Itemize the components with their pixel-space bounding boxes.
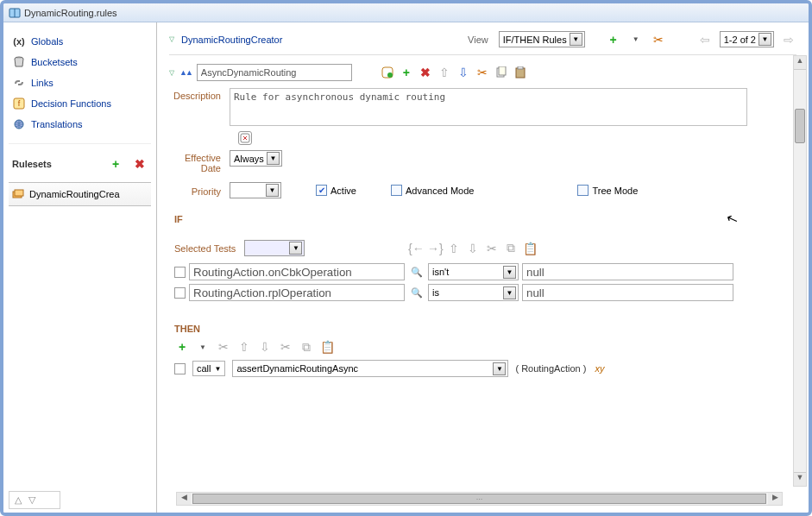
expand-icon[interactable]: ▽ (169, 69, 174, 77)
copy-icon[interactable] (494, 65, 509, 80)
scroll-up-icon[interactable]: ▲ (794, 56, 806, 70)
paste-icon[interactable] (513, 65, 528, 80)
add-rule-menu-icon[interactable]: ▼ (628, 32, 644, 47)
action-select[interactable]: assertDynamicRoutingAsync ▼ (232, 360, 508, 377)
operator-select[interactable]: is ▼ (428, 284, 519, 301)
selected-tests-select[interactable]: ▼ (244, 240, 305, 256)
separator (169, 204, 796, 209)
effective-date-select[interactable]: Always ▼ (230, 150, 282, 167)
lhs-input[interactable] (189, 284, 405, 301)
scroll-thumb[interactable] (795, 109, 805, 143)
prev-page-icon[interactable]: ⇦ (697, 32, 713, 47)
description-input[interactable]: Rule for asynchronous dynamic routing (230, 88, 747, 126)
sidebar-footer: △ ▽ (9, 491, 60, 509)
add-action-menu-icon[interactable]: ▼ (195, 339, 211, 355)
up-arrow-icon[interactable]: ⇧ (446, 241, 462, 256)
svg-point-9 (387, 72, 393, 78)
operator-value: is (432, 287, 500, 298)
up-triangle-icon[interactable]: △ (15, 494, 22, 506)
run-icon[interactable] (380, 65, 395, 80)
up-arrow-icon[interactable]: ⇧ (236, 339, 252, 355)
expand-icon[interactable]: ▽ (169, 35, 174, 43)
cut2-icon[interactable]: ✂ (278, 339, 293, 355)
next-page-icon[interactable]: ⇨ (781, 32, 796, 47)
search-icon[interactable]: 🔍 (408, 287, 425, 299)
nav-decision-functions[interactable]: f Decision Functions (9, 93, 151, 114)
cut-icon[interactable]: ✂ (216, 339, 231, 355)
down-arrow-icon[interactable]: ⇩ (456, 65, 471, 80)
view-select[interactable]: IF/THEN Rules ▼ (499, 31, 585, 47)
search-icon[interactable]: 🔍 (408, 267, 425, 278)
pager-value: 1-2 of 2 (724, 35, 756, 45)
rule-name-input[interactable] (197, 64, 352, 81)
paste-icon[interactable]: 📋 (319, 339, 335, 355)
rulesets-header: Rulesets + ✖ (9, 143, 151, 177)
tree-label: Tree Mode (592, 186, 638, 196)
horizontal-scrollbar[interactable]: ◀ ··· ▶ (176, 492, 783, 506)
clear-description-icon[interactable] (238, 131, 252, 145)
outdent-icon[interactable]: →} (427, 241, 443, 256)
then-toolbar: + ▼ ✂ ⇧ ⇩ ✂ ⧉ 📋 (169, 339, 796, 355)
vertical-scrollbar[interactable]: ▲ ▼ (793, 55, 807, 487)
function-icon: f (12, 97, 26, 110)
active-checkbox[interactable]: ✔ Active (316, 185, 356, 196)
rhs-input[interactable] (522, 284, 733, 301)
nav-globals[interactable]: (x) Globals (9, 31, 151, 52)
down-arrow-icon[interactable]: ⇩ (465, 241, 481, 256)
rhs-input[interactable] (522, 263, 733, 280)
down-triangle-icon[interactable]: ▽ (28, 494, 35, 506)
bucket-icon (12, 55, 26, 69)
copy-icon[interactable]: ⧉ (503, 241, 519, 256)
chevron-down-icon: ▼ (503, 286, 516, 299)
tree-mode-checkbox[interactable]: Tree Mode (577, 185, 638, 196)
row-checkbox[interactable] (174, 287, 186, 299)
nav-label: Decision Functions (31, 98, 111, 109)
svg-rect-7 (15, 190, 23, 196)
chevron-down-icon: ▼ (493, 362, 506, 375)
lhs-input[interactable] (189, 263, 405, 280)
paste-icon[interactable]: 📋 (522, 241, 538, 256)
separator (169, 313, 796, 318)
row-checkbox[interactable] (174, 363, 186, 374)
add-icon[interactable]: + (399, 65, 414, 80)
content-title: DynamicRoutingCreator (181, 35, 282, 45)
operator-select[interactable]: isn't ▼ (428, 263, 519, 280)
add-rule-icon[interactable]: + (606, 32, 621, 47)
pager-select[interactable]: 1-2 of 2 ▼ (720, 31, 774, 47)
scroll-down-icon[interactable]: ▼ (794, 472, 806, 486)
description-row: Description Rule for asynchronous dynami… (169, 88, 796, 126)
svg-rect-13 (518, 66, 523, 69)
row-checkbox[interactable] (174, 267, 186, 278)
nav-translations[interactable]: Translations (9, 114, 151, 135)
xy-icon[interactable]: xy (593, 362, 606, 375)
if-header: IF (174, 214, 796, 224)
cut-icon[interactable]: ✂ (651, 32, 666, 47)
collapse-icon[interactable]: ▲▲ (179, 68, 192, 77)
priority-select[interactable]: ▼ (230, 182, 281, 198)
scroll-right-icon[interactable]: ▶ (768, 493, 782, 505)
up-arrow-icon[interactable]: ⇧ (437, 65, 452, 80)
copy-icon[interactable]: ⧉ (299, 339, 314, 355)
add-ruleset-icon[interactable]: + (108, 156, 123, 172)
cut-icon[interactable]: ✂ (484, 241, 500, 256)
delete-ruleset-icon[interactable]: ✖ (132, 156, 148, 172)
down-arrow-icon[interactable]: ⇩ (257, 339, 273, 355)
scroll-thumb[interactable]: ··· (192, 494, 766, 504)
add-action-icon[interactable]: + (174, 339, 190, 355)
action-args: ( RoutingAction ) (515, 363, 586, 374)
nav-label: Links (31, 78, 54, 88)
call-select[interactable]: call ▼ (192, 361, 225, 376)
chevron-down-icon: ▼ (758, 33, 771, 46)
cut-icon[interactable]: ✂ (475, 65, 490, 80)
indent-icon[interactable]: {← (408, 241, 424, 256)
delete-icon[interactable]: ✖ (418, 65, 433, 80)
rulesets-title: Rulesets (12, 159, 99, 169)
scroll-left-icon[interactable]: ◀ (177, 493, 191, 505)
svg-rect-12 (516, 68, 525, 78)
advanced-mode-checkbox[interactable]: Advanced Mode (391, 185, 475, 196)
link-icon (12, 76, 26, 90)
nav-bucketsets[interactable]: Bucketsets (9, 52, 151, 72)
nav-links[interactable]: Links (9, 72, 151, 93)
effective-date-value: Always (234, 154, 264, 164)
ruleset-item[interactable]: DynamicRoutingCrea (9, 182, 151, 206)
